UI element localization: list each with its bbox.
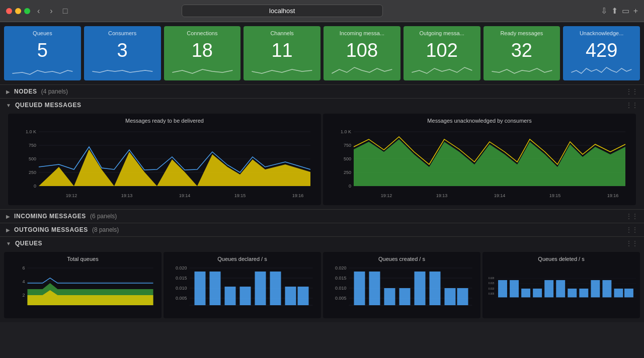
queues-created-svg: 0.020 0.015 0.010 0.005 (327, 264, 476, 314)
new-tab-button[interactable]: + (633, 6, 638, 16)
svg-text:0.005: 0.005 (335, 296, 347, 301)
svg-rect-72 (430, 272, 441, 305)
queues-deleted-panel: Queues deleted / s 0.020 0.015 0.010 0.0… (482, 252, 640, 318)
svg-rect-52 (225, 287, 236, 305)
chevron-down-icon-queued: ▼ (6, 103, 11, 108)
metric-card-channels[interactable]: Channels 11 (244, 26, 320, 80)
svg-text:19:15: 19:15 (549, 193, 561, 198)
svg-text:0.020: 0.020 (176, 265, 187, 271)
drag-handle-outgoing: ⋮⋮ (626, 226, 638, 233)
svg-rect-91 (579, 289, 588, 297)
svg-marker-10 (39, 149, 310, 186)
main-content: Queues 5 Consumers 3 Connections 18 Chan… (0, 22, 644, 358)
browser-chrome: ‹ › □ ⇩ ⬆ ▭ + (0, 0, 644, 22)
svg-rect-85 (510, 280, 519, 297)
section-outgoing[interactable]: ▶ OUTGOING MESSAGES (8 panels) ⋮⋮ (0, 223, 644, 236)
metric-cards-row: Queues 5 Consumers 3 Connections 18 Chan… (0, 22, 644, 84)
svg-rect-54 (255, 272, 266, 305)
metric-card-queues[interactable]: Queues 5 (4, 26, 81, 80)
sparkline-unack (568, 63, 635, 77)
metric-value-ready: 32 (489, 38, 555, 63)
sparkline-outgoing (409, 63, 475, 77)
queues-declared-title: Queues declared / s (168, 256, 317, 262)
svg-text:0: 0 (349, 184, 351, 189)
svg-text:0: 0 (34, 184, 36, 189)
chevron-down-icon-queues: ▼ (6, 241, 11, 246)
svg-text:0.015: 0.015 (176, 276, 187, 281)
section-queued[interactable]: ▼ QUEUED MESSAGES ⋮⋮ (0, 98, 644, 112)
svg-rect-51 (210, 272, 221, 305)
chevron-right-icon: ▶ (6, 89, 10, 95)
forward-button[interactable]: › (47, 6, 55, 17)
svg-text:1.0 K: 1.0 K (26, 129, 36, 134)
bottom-charts-row: Total queues 6 4 2 Queues declared / s (0, 250, 644, 322)
nodes-panels-count: (4 panels) (41, 88, 68, 95)
svg-text:0.015: 0.015 (335, 276, 347, 281)
svg-rect-95 (624, 289, 633, 297)
maximize-button[interactable] (24, 8, 30, 14)
queues-label: QUEUES (15, 240, 42, 247)
metric-card-outgoing[interactable]: Outgoing messa... 102 (404, 26, 480, 80)
svg-rect-71 (415, 272, 426, 305)
svg-rect-53 (240, 287, 251, 305)
metric-title-queues: Queues (9, 30, 76, 36)
metric-value-outgoing: 102 (409, 38, 475, 63)
svg-rect-56 (285, 287, 296, 305)
svg-text:0.010: 0.010 (335, 286, 347, 291)
queues-declared-panel: Queues declared / s 0.020 0.015 0.010 0.… (164, 252, 321, 318)
drag-handle-nodes: ⋮⋮ (626, 88, 638, 95)
metric-title-outgoing: Outgoing messa... (409, 30, 475, 36)
ready-chart-panel: Messages ready to be delivered 1.0 K 750… (8, 114, 321, 205)
svg-text:19:16: 19:16 (292, 193, 304, 198)
svg-text:19:14: 19:14 (179, 193, 191, 198)
svg-text:250: 250 (344, 170, 351, 175)
svg-text:1.0 K: 1.0 K (341, 129, 351, 134)
svg-rect-93 (602, 280, 611, 297)
traffic-lights (6, 8, 30, 14)
minimize-button[interactable] (15, 8, 21, 14)
chevron-right-icon-outgoing: ▶ (6, 227, 10, 233)
metric-card-connections[interactable]: Connections 18 (164, 26, 241, 80)
metric-title-consumers: Consumers (89, 30, 156, 36)
metric-card-unack[interactable]: Unacknowledge... 429 (563, 26, 640, 80)
svg-rect-88 (544, 280, 553, 297)
svg-text:500: 500 (344, 156, 351, 161)
tab-button[interactable]: ▭ (622, 6, 629, 16)
back-button[interactable]: ‹ (34, 6, 43, 17)
svg-rect-89 (556, 280, 565, 297)
sparkline-channels (249, 63, 315, 77)
queues-deleted-svg: 0.020 0.015 0.010 0.005 (487, 264, 636, 314)
share-button[interactable]: ⬆ (611, 6, 618, 16)
queued-charts-area: Messages ready to be delivered 1.0 K 750… (0, 112, 644, 209)
metric-card-incoming[interactable]: Incoming messa... 108 (324, 26, 400, 80)
svg-rect-68 (369, 272, 380, 305)
queues-deleted-title: Queues deleted / s (487, 256, 636, 262)
metric-card-ready[interactable]: Ready messages 32 (484, 26, 560, 80)
svg-rect-50 (195, 272, 206, 305)
svg-text:0.010: 0.010 (176, 286, 187, 291)
address-bar[interactable] (182, 5, 383, 17)
svg-rect-92 (591, 280, 600, 297)
svg-text:0.005: 0.005 (176, 296, 187, 301)
total-queues-title: Total queues (8, 256, 157, 262)
section-queues[interactable]: ▼ QUEUES ⋮⋮ (0, 236, 644, 250)
layout-button[interactable]: □ (60, 6, 71, 17)
total-queues-panel: Total queues 6 4 2 (4, 252, 162, 318)
sparkline-connections (169, 63, 236, 77)
unack-chart-svg: 1.0 K 750 500 250 0 19:12 19:13 19:14 (327, 127, 632, 201)
sparkline-ready (489, 63, 555, 77)
section-nodes[interactable]: ▶ NODES (4 panels) ⋮⋮ (0, 84, 644, 98)
svg-text:19:16: 19:16 (607, 193, 619, 198)
download-button[interactable]: ⇩ (601, 6, 607, 16)
ready-chart-svg: 1.0 K 750 500 250 0 19:12 19:13 19:14 (12, 127, 317, 201)
svg-rect-74 (457, 288, 468, 305)
incoming-panels-count: (6 panels) (90, 213, 117, 220)
drag-handle-queued: ⋮⋮ (626, 102, 638, 109)
svg-text:19:12: 19:12 (66, 193, 77, 198)
section-incoming[interactable]: ▶ INCOMING MESSAGES (6 panels) ⋮⋮ (0, 209, 644, 223)
metric-card-consumers[interactable]: Consumers 3 (84, 26, 161, 80)
svg-rect-69 (384, 288, 395, 305)
metric-value-consumers: 3 (89, 38, 156, 63)
unack-chart-area: 1.0 K 750 500 250 0 19:12 19:13 19:14 (327, 127, 632, 201)
close-button[interactable] (6, 8, 12, 14)
